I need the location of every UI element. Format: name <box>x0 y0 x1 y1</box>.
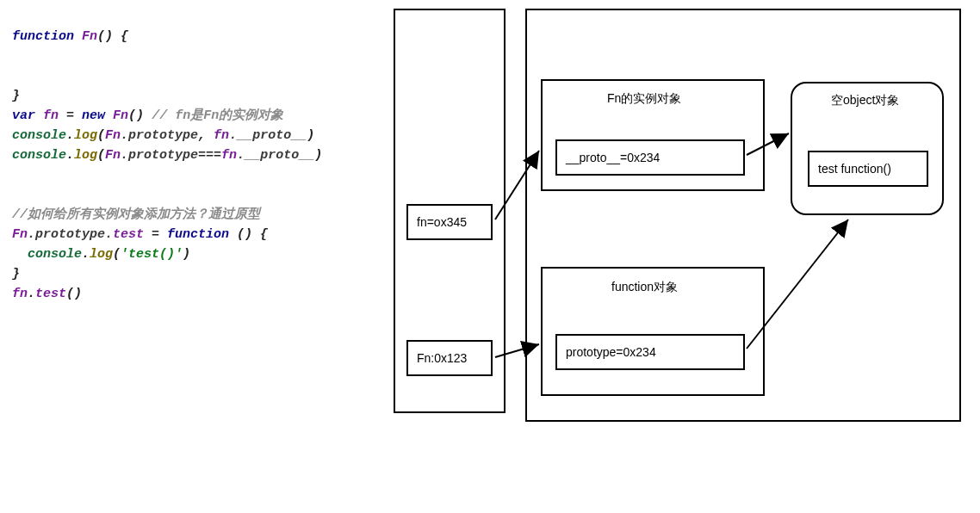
comment-2: //如何给所有实例对象添加方法？通过原型 <box>12 207 260 222</box>
dot: . <box>82 247 90 262</box>
close-paren: ) <box>183 247 190 262</box>
kw-function: function <box>12 29 74 44</box>
comment: // fn是Fn的实例对象 <box>144 108 283 123</box>
punc: () { <box>97 29 128 44</box>
Fn-ref: Fn <box>12 227 28 242</box>
kw-new: new <box>82 108 105 123</box>
prototype-path: .prototype. <box>28 227 113 242</box>
stack-Fn-cell: Fn:0x123 <box>406 340 493 376</box>
dot: . <box>66 128 74 143</box>
prototype-prop: .prototype <box>121 148 198 163</box>
fn-ref: fn <box>12 287 28 301</box>
code-block: function Fn() { } var fn = new Fn() // f… <box>12 7 322 324</box>
dot: . <box>66 148 74 163</box>
console: console <box>28 247 82 262</box>
fn-name: Fn <box>82 29 97 44</box>
log: log <box>74 148 97 163</box>
kw-var: var <box>12 108 35 123</box>
function-title: function对象 <box>611 280 678 295</box>
string-literal: 'test()' <box>121 247 183 262</box>
indent <box>12 247 28 262</box>
triple-eq: === <box>198 148 221 163</box>
test-call: test <box>35 287 66 301</box>
eq: = <box>144 227 167 242</box>
close-paren: ) <box>307 128 314 143</box>
fn-paren: () { <box>229 227 268 242</box>
stack-fn-cell: fn=ox345 <box>406 204 493 240</box>
object-test-cell: test function() <box>808 151 928 187</box>
console: console <box>12 128 66 143</box>
call-paren: () <box>128 108 144 123</box>
instance-title: Fn的实例对象 <box>607 91 681 107</box>
dot: . <box>28 287 35 301</box>
log: log <box>74 128 97 143</box>
brace-close: } <box>12 89 20 103</box>
open-paren: ( <box>113 247 121 262</box>
object-title: 空object对象 <box>831 93 899 108</box>
stage: function Fn() { } var fn = new Fn() // f… <box>0 0 980 513</box>
comma: , <box>198 128 214 143</box>
function-proto-cell: prototype=0x234 <box>555 334 745 370</box>
dunder-proto: .__proto__ <box>237 148 314 163</box>
instance-proto-cell: __proto__=0x234 <box>555 139 745 176</box>
ctor-Fn: Fn <box>113 108 128 123</box>
prototype-prop: .prototype <box>121 128 198 143</box>
brace-close: } <box>12 267 20 281</box>
console: console <box>12 148 66 163</box>
kw-function: function <box>167 227 229 242</box>
fn-ref: fn <box>221 148 237 163</box>
dunder-proto: .__proto__ <box>229 128 307 143</box>
close-paren: ) <box>314 148 322 163</box>
open-paren: ( <box>97 128 105 143</box>
fn-ref: fn <box>214 128 229 143</box>
open-paren: ( <box>97 148 105 163</box>
Fn-ref: Fn <box>105 128 121 143</box>
Fn-ref: Fn <box>105 148 121 163</box>
log: log <box>90 247 113 262</box>
eq: = <box>59 108 82 123</box>
var-fn: fn <box>43 108 59 123</box>
test-prop: test <box>113 227 144 242</box>
call-paren: () <box>66 287 82 301</box>
